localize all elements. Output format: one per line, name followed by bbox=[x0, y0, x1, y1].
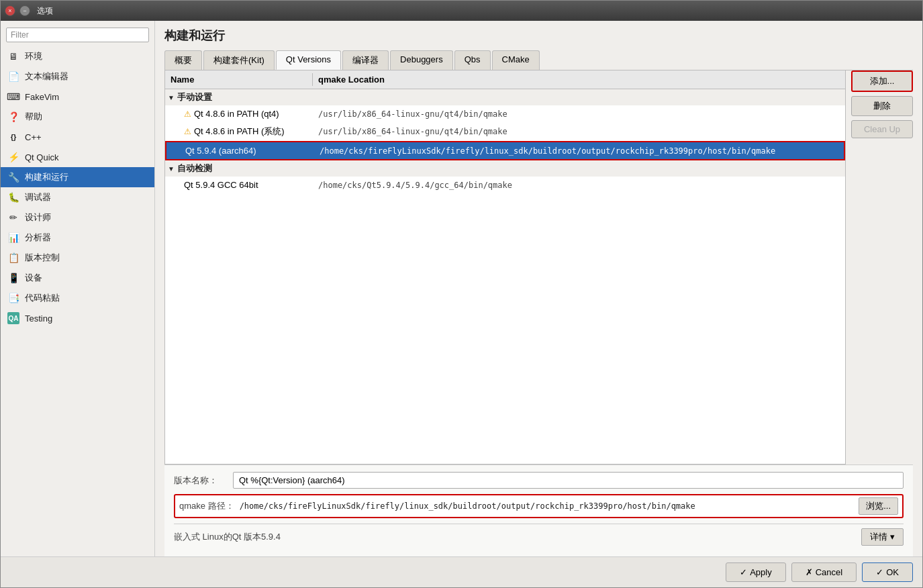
sidebar-filter-input[interactable] bbox=[6, 28, 149, 42]
sidebar-item-testing[interactable]: QA Testing bbox=[1, 308, 154, 328]
col-qmake-header: qmake Location bbox=[313, 73, 845, 86]
sidebar-item-label-cpp: C++ bbox=[25, 132, 42, 142]
row-name-qt486-qt4: ⚠ Qt 4.8.6 in PATH (qt4) bbox=[165, 107, 313, 120]
row-qmake-qt486-qt4: /usr/lib/x86_64-linux-gnu/qt4/bin/qmake bbox=[313, 108, 845, 120]
cpp-icon: {} bbox=[7, 131, 19, 143]
group-auto[interactable]: ▼ 自动检测 bbox=[165, 160, 845, 177]
details-button-label: 详情 ▾ bbox=[870, 531, 895, 543]
row-qmake-qt594-gcc: /home/cks/Qt5.9.4/5.9.4/gcc_64/bin/qmake bbox=[313, 179, 845, 191]
table-row[interactable]: ⚠ Qt 4.8.6 in PATH (系统) /usr/lib/x86_64-… bbox=[165, 122, 845, 141]
tab-cmake[interactable]: CMake bbox=[492, 50, 540, 70]
group-auto-label: 自动检测 bbox=[177, 162, 212, 175]
titlebar: × − 选项 bbox=[1, 1, 922, 21]
table-header: Name qmake Location bbox=[165, 70, 845, 89]
version-name-row: 版本名称： bbox=[174, 472, 904, 489]
sidebar-item-cpp[interactable]: {} C++ bbox=[1, 127, 154, 147]
sidebar-item-label-qtquick: Qt Quick bbox=[25, 152, 59, 162]
sidebar-item-label-fakevim: FakeVim bbox=[25, 92, 59, 102]
sidebar-item-label-editor: 文本编辑器 bbox=[25, 70, 68, 83]
details-button[interactable]: 详情 ▾ bbox=[861, 528, 904, 546]
sidebar-item-label-testing: Testing bbox=[25, 313, 52, 324]
row-name-qt594-gcc: Qt 5.9.4 GCC 64bit bbox=[165, 179, 313, 191]
footer: ✓ Apply ✗ Cancel ✓ OK bbox=[1, 556, 922, 587]
env-icon: 🖥 bbox=[7, 50, 19, 62]
codesnippet-icon: 📑 bbox=[7, 292, 19, 304]
add-button[interactable]: 添加... bbox=[851, 70, 913, 92]
tabs-bar: 概要 构建套件(Kit) Qt Versions 编译器 Debuggers Q… bbox=[164, 50, 913, 70]
row-qmake-qt594-aarch64: /home/cks/fireFlyLinuxSdk/firefly/linux_… bbox=[314, 145, 844, 157]
tab-overview[interactable]: 概要 bbox=[164, 50, 202, 70]
sidebar-item-label-analyzer: 分析器 bbox=[25, 232, 51, 244]
sidebar-item-codesnippet[interactable]: 📑 代码粘贴 bbox=[1, 288, 154, 308]
vcs-icon: 📋 bbox=[7, 252, 19, 264]
qmake-path-row: qmake 路径： /home/cks/fireFlyLinuxSdk/fire… bbox=[174, 494, 904, 518]
apply-button[interactable]: ✓ Apply bbox=[726, 562, 786, 582]
embedded-label: 嵌入式 Linux的Qt 版本5.9.4 bbox=[174, 531, 281, 543]
qmake-path-value: /home/cks/fireFlyLinuxSdk/firefly/linux_… bbox=[240, 501, 854, 511]
sidebar-item-device[interactable]: 📱 设备 bbox=[1, 268, 154, 288]
sidebar-item-analyzer[interactable]: 📊 分析器 bbox=[1, 228, 154, 248]
sidebar-item-label-buildrun: 构建和运行 bbox=[25, 171, 68, 183]
close-button[interactable]: × bbox=[5, 5, 15, 16]
designer-icon: ✏ bbox=[7, 211, 19, 224]
sidebar-item-label-designer: 设计师 bbox=[25, 211, 51, 224]
cancel-button[interactable]: ✗ Cancel bbox=[791, 562, 857, 582]
apply-label: Apply bbox=[750, 567, 772, 577]
sidebar-item-qtquick[interactable]: ⚡ Qt Quick bbox=[1, 147, 154, 167]
browse-button[interactable]: 浏览... bbox=[859, 497, 898, 515]
cancel-icon: ✗ bbox=[806, 567, 813, 577]
remove-button[interactable]: 删除 bbox=[851, 96, 913, 116]
qtquick-icon: ⚡ bbox=[7, 151, 19, 163]
tab-debuggers[interactable]: Debuggers bbox=[390, 50, 453, 70]
sidebar-item-env[interactable]: 🖥 环境 bbox=[1, 46, 154, 66]
warning-icon: ⚠ bbox=[184, 127, 191, 136]
table-section: Name qmake Location ▼ 手动设置 bbox=[164, 70, 846, 464]
page-title: 构建和运行 bbox=[164, 28, 913, 44]
group-manual-arrow: ▼ bbox=[168, 94, 175, 101]
embedded-row: 嵌入式 Linux的Qt 版本5.9.4 详情 ▾ bbox=[174, 524, 904, 550]
tab-compilers[interactable]: 编译器 bbox=[342, 50, 389, 70]
ok-button[interactable]: ✓ OK bbox=[862, 562, 913, 582]
sidebar-item-help[interactable]: ❓ 帮助 bbox=[1, 107, 154, 127]
tab-kits[interactable]: 构建套件(Kit) bbox=[203, 50, 275, 70]
sidebar: 🖥 环境 📄 文本编辑器 ⌨ FakeVim ❓ 帮助 {} C++ ⚡ Qt bbox=[1, 21, 155, 556]
testing-icon: QA bbox=[7, 312, 19, 324]
sidebar-item-editor[interactable]: 📄 文本编辑器 bbox=[1, 66, 154, 87]
minimize-button[interactable]: − bbox=[19, 5, 30, 16]
analyzer-icon: 📊 bbox=[7, 232, 19, 244]
warning-icon: ⚠ bbox=[184, 109, 191, 119]
sidebar-item-buildrun[interactable]: 🔧 构建和运行 bbox=[1, 167, 154, 187]
fakevim-icon: ⌨ bbox=[7, 91, 19, 103]
sidebar-item-label-codesnippet: 代码粘贴 bbox=[25, 292, 60, 304]
editor-icon: 📄 bbox=[7, 70, 19, 83]
device-icon: 📱 bbox=[7, 272, 19, 284]
ok-label: OK bbox=[886, 567, 899, 577]
cancel-label: Cancel bbox=[816, 567, 842, 577]
cleanup-button[interactable]: Clean Up bbox=[851, 120, 913, 138]
sidebar-item-label-device: 设备 bbox=[25, 272, 42, 284]
main-panel: 构建和运行 概要 构建套件(Kit) Qt Versions 编译器 Debug… bbox=[155, 21, 922, 556]
group-manual[interactable]: ▼ 手动设置 bbox=[165, 89, 845, 105]
sidebar-item-label-help: 帮助 bbox=[25, 111, 42, 123]
detail-area: 版本名称： qmake 路径： /home/cks/fireFlyLinuxSd… bbox=[164, 464, 913, 556]
buildrun-icon: 🔧 bbox=[7, 171, 19, 183]
window: × − 选项 🖥 环境 📄 文本编辑器 ⌨ FakeVim ❓ 帮助 bbox=[0, 0, 923, 588]
table-row[interactable]: ⚠ Qt 4.8.6 in PATH (qt4) /usr/lib/x86_64… bbox=[165, 105, 845, 122]
content-area: 🖥 环境 📄 文本编辑器 ⌨ FakeVim ❓ 帮助 {} C++ ⚡ Qt bbox=[1, 21, 922, 556]
apply-icon: ✓ bbox=[740, 567, 747, 577]
sidebar-item-debugger[interactable]: 🐛 调试器 bbox=[1, 187, 154, 207]
table-row[interactable]: Qt 5.9.4 GCC 64bit /home/cks/Qt5.9.4/5.9… bbox=[165, 177, 845, 193]
window-title: 选项 bbox=[37, 5, 53, 17]
row-name-qt486-sys: ⚠ Qt 4.8.6 in PATH (系统) bbox=[165, 124, 313, 139]
sidebar-item-label-env: 环境 bbox=[25, 50, 42, 62]
version-name-input[interactable] bbox=[233, 472, 904, 489]
sidebar-item-vcs[interactable]: 📋 版本控制 bbox=[1, 248, 154, 268]
table-body: ▼ 手动设置 ⚠ Qt 4.8.6 in PATH (qt4) /usr/lib… bbox=[165, 89, 845, 464]
sidebar-item-fakevim[interactable]: ⌨ FakeVim bbox=[1, 87, 154, 107]
sidebar-item-designer[interactable]: ✏ 设计师 bbox=[1, 207, 154, 228]
table-row-selected[interactable]: Qt 5.9.4 (aarch64) /home/cks/fireFlyLinu… bbox=[165, 141, 845, 160]
row-qmake-qt486-sys: /usr/lib/x86_64-linux-gnu/qt4/bin/qmake bbox=[313, 126, 845, 138]
debugger-icon: 🐛 bbox=[7, 191, 19, 203]
tab-qtversions[interactable]: Qt Versions bbox=[276, 50, 341, 70]
tab-qbs[interactable]: Qbs bbox=[454, 50, 491, 70]
